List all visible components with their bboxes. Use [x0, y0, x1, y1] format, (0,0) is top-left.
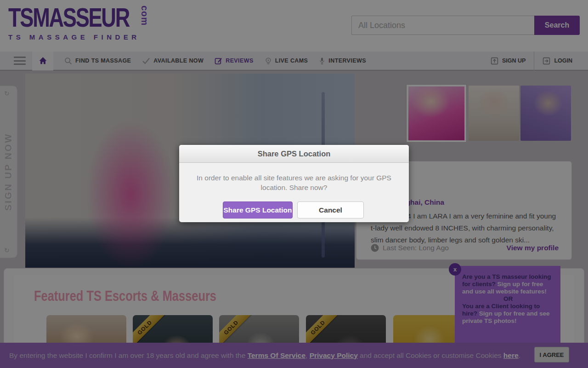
modal-title: Share GPS Location [179, 145, 409, 163]
gps-modal: Share GPS Location In order to enable al… [179, 145, 409, 222]
cancel-button[interactable]: Cancel [297, 201, 364, 218]
page: TSMASSEUR com TS MASSAGE FINDER Search F… [0, 0, 588, 368]
modal-body-text: In order to enable all site features we … [179, 163, 409, 192]
share-gps-button[interactable]: Share GPS Location [223, 201, 293, 218]
